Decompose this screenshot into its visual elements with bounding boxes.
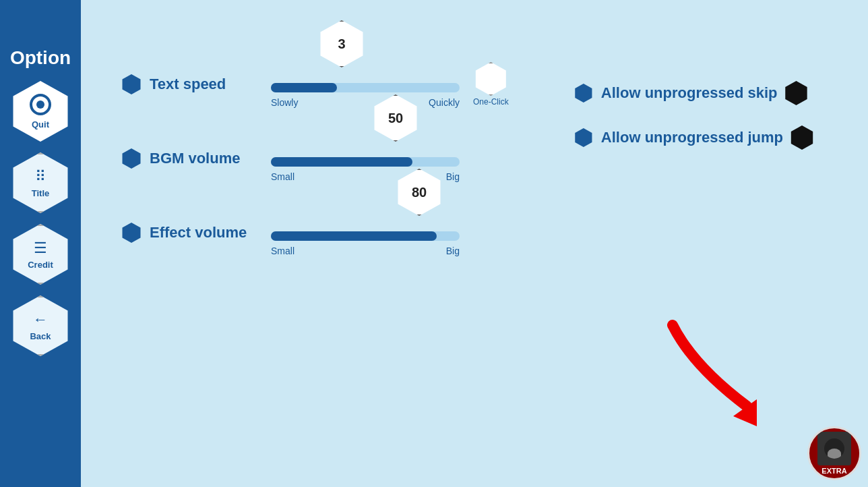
title-label: Title [32, 188, 50, 198]
sidebar-item-title[interactable]: ⠿ Title [10, 152, 71, 213]
bgm-volume-value-badge: 50 [372, 94, 419, 142]
bgm-volume-track[interactable] [271, 155, 460, 169]
main-content: Text speed 3 Slowly Quickly One-Click BG… [81, 0, 868, 487]
effect-volume-label: Effect volume [150, 224, 257, 241]
text-speed-label: Text speed [150, 76, 257, 93]
effect-volume-slider-container: 80 Small Big [271, 209, 460, 256]
unprogressed-skip-row: Allow unprogressed skip [574, 81, 814, 105]
one-click-label: One-Click [473, 97, 509, 107]
unprogressed-jump-toggle[interactable] [790, 125, 814, 150]
sidebar-item-quit[interactable]: Quit [10, 81, 71, 142]
effect-volume-min: Small [271, 246, 294, 256]
sidebar-item-credit[interactable]: ☰ Credit [10, 224, 71, 285]
text-speed-icon [121, 74, 142, 94]
back-icon: ← [33, 311, 48, 328]
text-speed-max: Quickly [429, 97, 460, 108]
extra-button[interactable]: EXTRA [807, 426, 861, 480]
effect-volume-row: Effect volume 80 Small Big [121, 209, 828, 256]
quit-icon [30, 94, 51, 115]
effect-volume-max: Big [446, 246, 460, 256]
text-speed-track[interactable] [271, 81, 460, 94]
unprogressed-skip-label: Allow unprogressed skip [601, 84, 778, 102]
unprogressed-jump-icon [574, 128, 593, 147]
bgm-volume-min: Small [271, 171, 294, 182]
text-speed-min: Slowly [271, 97, 298, 108]
bgm-volume-max: Big [446, 171, 460, 182]
text-speed-slider-container: 3 Slowly Quickly [271, 61, 460, 108]
right-panel: Allow unprogressed skip Allow unprogress… [574, 81, 814, 170]
unprogressed-skip-icon [574, 84, 593, 103]
unprogressed-jump-label: Allow unprogressed jump [601, 129, 783, 146]
unprogressed-jump-row: Allow unprogressed jump [574, 125, 814, 150]
sidebar-item-back[interactable]: ← Back [10, 295, 71, 356]
bgm-volume-icon [121, 148, 142, 169]
quit-label: Quit [32, 119, 49, 130]
effect-volume-track[interactable] [271, 229, 460, 243]
text-speed-value-badge: 3 [318, 20, 365, 67]
effect-volume-icon [121, 223, 142, 243]
extra-label: EXTRA [822, 467, 846, 475]
title-icon: ⠿ [35, 168, 46, 185]
credit-label: Credit [28, 260, 53, 270]
back-label: Back [30, 331, 51, 341]
bgm-volume-label: BGM volume [150, 150, 257, 167]
sidebar-title: Option [10, 47, 71, 69]
unprogressed-skip-toggle[interactable] [784, 81, 808, 105]
effect-volume-value-badge: 80 [396, 169, 443, 216]
credit-icon: ☰ [34, 239, 47, 257]
sidebar: Option Quit ⠿ Title ☰ Credit ← Back [0, 0, 81, 487]
one-click-hex-shape [474, 62, 507, 96]
one-click-button[interactable]: One-Click [473, 62, 509, 107]
